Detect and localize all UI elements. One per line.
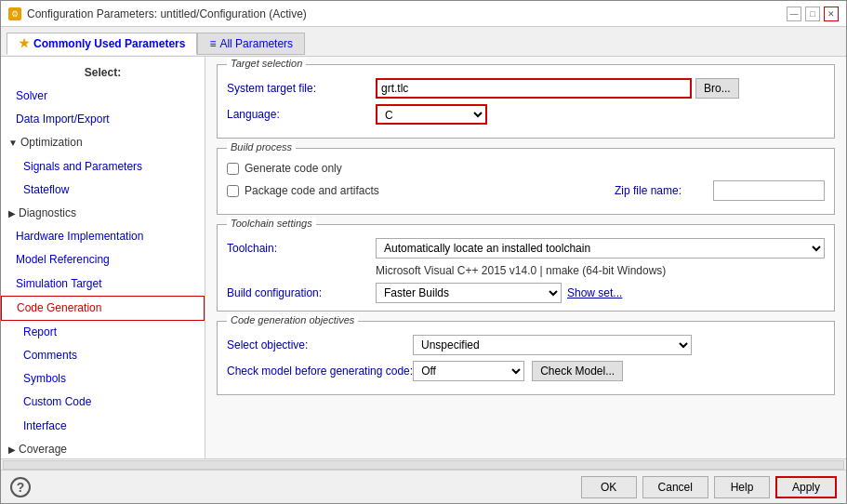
toolchain-info: Microsoft Visual C++ 2015 v14.0 | nmake … bbox=[376, 264, 825, 277]
tab-all-parameters[interactable]: ≡ All Parameters bbox=[197, 33, 305, 55]
sidebar-item-data-import-export[interactable]: Data Import/Export bbox=[1, 108, 205, 131]
window-title: Configuration Parameters: untitled/Confi… bbox=[27, 7, 307, 20]
main-panel: Target selection System target file: Bro… bbox=[205, 57, 846, 458]
title-controls: — □ ✕ bbox=[787, 7, 839, 21]
sidebar-item-interface[interactable]: Interface bbox=[1, 415, 205, 438]
app-icon: ⚙ bbox=[8, 7, 21, 20]
sidebar-item-model-referencing[interactable]: Model Referencing bbox=[1, 248, 205, 272]
expand-arrow-optimization: ▼ bbox=[8, 138, 18, 148]
horizontal-scrollbar[interactable] bbox=[1, 458, 846, 470]
toolchain-label: Toolchain: bbox=[227, 242, 376, 255]
code-gen-objectives-title: Code generation objectives bbox=[227, 314, 358, 325]
tab-commonly-used-label: Commonly Used Parameters bbox=[33, 37, 185, 50]
check-model-label: Check model before generating code: bbox=[227, 365, 413, 378]
sidebar-item-code-generation[interactable]: Code Generation bbox=[1, 296, 205, 321]
close-button[interactable]: ✕ bbox=[824, 7, 839, 21]
tab-all-parameters-label: All Parameters bbox=[219, 37, 293, 50]
language-select[interactable]: C bbox=[376, 104, 487, 125]
maximize-button[interactable]: □ bbox=[805, 7, 820, 21]
sidebar-item-comments[interactable]: Comments bbox=[1, 344, 205, 367]
sidebar-header: Select: bbox=[1, 62, 205, 85]
build-process-section: Build process Generate code only Package… bbox=[217, 148, 835, 215]
bottom-right: OK Cancel Help Apply bbox=[581, 476, 837, 498]
toolchain-row: Toolchain: Automatically locate an insta… bbox=[227, 238, 825, 259]
select-objective-select[interactable]: Unspecified bbox=[413, 335, 692, 355]
sidebar-item-symbols[interactable]: Symbols bbox=[1, 367, 205, 391]
toolchain-settings-section: Toolchain settings Toolchain: Automatica… bbox=[217, 224, 835, 312]
title-bar-left: ⚙ Configuration Parameters: untitled/Con… bbox=[8, 7, 307, 20]
sidebar-item-hardware-implementation[interactable]: Hardware Implementation bbox=[1, 225, 205, 248]
check-model-button[interactable]: Check Model... bbox=[532, 361, 623, 381]
help-icon-button[interactable]: ? bbox=[10, 477, 31, 497]
scrollbar-track bbox=[3, 460, 844, 470]
content-area: Select: Solver Data Import/Export ▼Optim… bbox=[1, 57, 846, 458]
zip-file-label: Zip file name: bbox=[615, 184, 708, 197]
cancel-button[interactable]: Cancel bbox=[642, 476, 708, 498]
select-objective-row: Select objective: Unspecified bbox=[227, 335, 825, 355]
check-model-row: Check model before generating code: Off … bbox=[227, 361, 825, 381]
system-target-file-row: System target file: Bro... bbox=[227, 78, 825, 99]
build-process-content: Generate code only Package code and arti… bbox=[218, 149, 834, 214]
title-bar: ⚙ Configuration Parameters: untitled/Con… bbox=[1, 1, 846, 27]
package-code-checkbox[interactable] bbox=[227, 185, 239, 197]
browse-button[interactable]: Bro... bbox=[695, 78, 739, 99]
target-selection-title: Target selection bbox=[227, 58, 306, 69]
sidebar-item-optimization[interactable]: ▼Optimization bbox=[1, 131, 205, 154]
select-objective-label: Select objective: bbox=[227, 338, 413, 351]
sidebar-item-stateflow[interactable]: Stateflow bbox=[1, 179, 205, 202]
show-settings-link[interactable]: Show set... bbox=[567, 286, 622, 299]
build-config-row: Build configuration: Faster Builds Show … bbox=[227, 283, 825, 303]
bottom-left: ? bbox=[10, 477, 31, 497]
code-gen-objectives-section: Code generation objectives Select object… bbox=[217, 321, 835, 395]
target-selection-content: System target file: Bro... Language: C bbox=[218, 65, 834, 138]
toolchain-settings-content: Toolchain: Automatically locate an insta… bbox=[218, 225, 834, 311]
sidebar-item-coverage[interactable]: ▶Coverage bbox=[1, 438, 205, 458]
expand-arrow-coverage: ▶ bbox=[8, 444, 16, 455]
toolchain-select[interactable]: Automatically locate an installed toolch… bbox=[376, 238, 825, 259]
ok-button[interactable]: OK bbox=[581, 476, 637, 498]
minimize-button[interactable]: — bbox=[787, 7, 801, 21]
star-icon: ★ bbox=[19, 36, 30, 50]
help-button[interactable]: Help bbox=[714, 476, 770, 498]
sidebar-item-diagnostics[interactable]: ▶Diagnostics bbox=[1, 202, 205, 225]
list-icon: ≡ bbox=[209, 37, 216, 50]
apply-button[interactable]: Apply bbox=[775, 476, 837, 498]
target-selection-section: Target selection System target file: Bro… bbox=[217, 64, 835, 139]
sidebar-item-report[interactable]: Report bbox=[1, 321, 205, 344]
expand-arrow-diagnostics: ▶ bbox=[8, 208, 16, 219]
sidebar-item-custom-code[interactable]: Custom Code bbox=[1, 391, 205, 414]
sidebar-item-solver[interactable]: Solver bbox=[1, 85, 205, 108]
code-gen-objectives-content: Select objective: Unspecified Check mode… bbox=[218, 322, 834, 394]
sidebar: Select: Solver Data Import/Export ▼Optim… bbox=[1, 57, 205, 458]
check-model-select[interactable]: Off bbox=[413, 361, 524, 381]
build-config-label: Build configuration: bbox=[227, 286, 376, 299]
generate-code-only-row: Generate code only bbox=[227, 162, 825, 175]
toolchain-settings-title: Toolchain settings bbox=[227, 218, 316, 229]
generate-code-only-checkbox[interactable] bbox=[227, 163, 239, 175]
bottom-bar: ? OK Cancel Help Apply bbox=[1, 470, 846, 503]
language-row: Language: C bbox=[227, 104, 825, 125]
build-process-title: Build process bbox=[227, 141, 296, 153]
main-window: ⚙ Configuration Parameters: untitled/Con… bbox=[0, 0, 847, 504]
tab-commonly-used[interactable]: ★ Commonly Used Parameters bbox=[7, 33, 197, 55]
package-code-label: Package code and artifacts bbox=[245, 184, 379, 197]
build-config-select[interactable]: Faster Builds bbox=[376, 283, 562, 303]
sidebar-item-simulation-target[interactable]: Simulation Target bbox=[1, 272, 205, 296]
sidebar-item-signals-parameters[interactable]: Signals and Parameters bbox=[1, 155, 205, 179]
system-target-file-input[interactable] bbox=[376, 78, 692, 99]
system-target-file-label: System target file: bbox=[227, 82, 376, 95]
generate-code-only-label: Generate code only bbox=[245, 162, 342, 175]
package-code-row: Package code and artifacts Zip file name… bbox=[227, 180, 825, 201]
language-label: Language: bbox=[227, 108, 376, 121]
tabs-bar: ★ Commonly Used Parameters ≡ All Paramet… bbox=[1, 27, 846, 57]
zip-file-input[interactable] bbox=[713, 180, 825, 201]
